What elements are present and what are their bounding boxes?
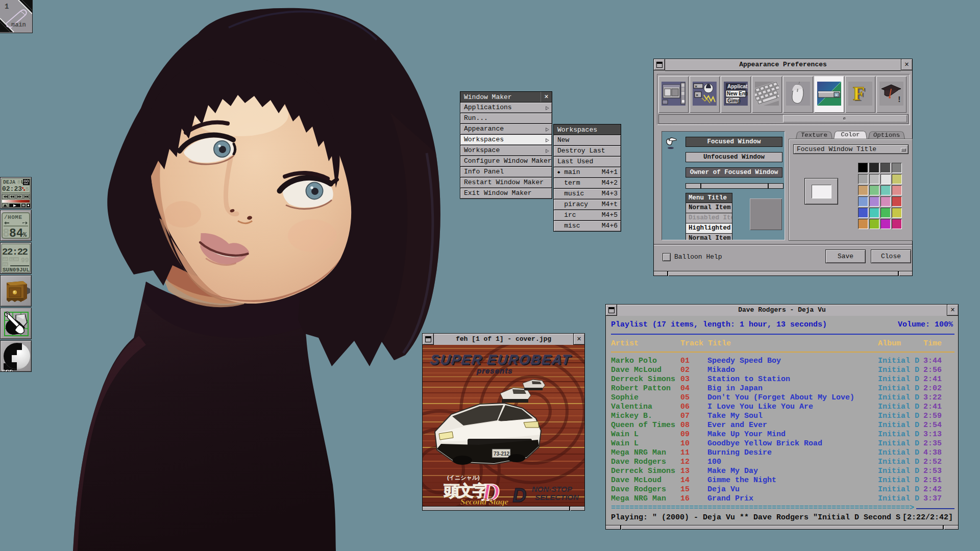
svg-text:SELECTION: SELECTION — [535, 493, 579, 502]
svg-text:✕: ✕ — [696, 93, 698, 98]
svg-text:PM: PM — [3, 263, 7, 267]
svg-text:73-212: 73-212 — [494, 451, 510, 457]
svg-text:SUN09JUL: SUN09JUL — [3, 267, 30, 273]
svg-text:%: % — [23, 232, 27, 239]
svg-text:New Entrƚ: New Entrƚ — [727, 91, 748, 96]
svg-text:22:22: 22:22 — [2, 246, 28, 258]
svg-text:NON-STOP: NON-STOP — [532, 485, 573, 493]
svg-text:02:23: 02:23 — [2, 185, 22, 193]
svg-text:(イニシャル): (イニシャル) — [447, 474, 480, 481]
svg-text:8: 8 — [3, 227, 10, 240]
svg-text:DEJA: DEJA — [3, 180, 15, 185]
svg-text:Applicati: Applicati — [727, 84, 748, 89]
svg-text:/HOME: /HOME — [4, 214, 22, 220]
svg-text:✕: ✕ — [695, 84, 697, 89]
svg-text:Gimp: Gimp — [727, 98, 741, 104]
svg-text:5: 5 — [26, 186, 29, 192]
svg-text:!: ! — [897, 95, 902, 105]
svg-text:✕: ✕ — [835, 93, 838, 97]
svg-text:1: 1 — [5, 3, 9, 11]
svg-text:Second Stage: Second Stage — [460, 497, 508, 506]
svg-text:F: F — [853, 83, 865, 104]
svg-text:presents: presents — [476, 366, 513, 375]
svg-text:ALRM: ALRM — [10, 258, 18, 262]
svg-text:AM: AM — [3, 258, 7, 262]
svg-text:main: main — [11, 21, 26, 29]
svg-text:8: 8 — [17, 180, 20, 185]
svg-text:99: 99 — [21, 257, 29, 264]
svg-text:D: D — [512, 485, 526, 506]
svg-text:84: 84 — [9, 227, 23, 240]
